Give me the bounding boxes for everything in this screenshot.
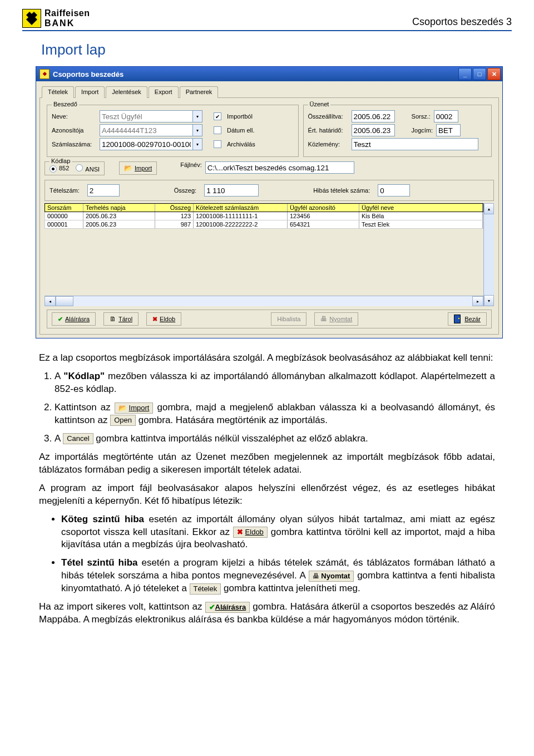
tab-jelentesek[interactable]: Jelentések bbox=[106, 86, 147, 98]
checkbox-datum[interactable] bbox=[214, 126, 221, 134]
input-azon[interactable]: ▾ bbox=[100, 124, 202, 136]
eldob-button[interactable]: ✖Eldob bbox=[146, 312, 181, 326]
ossze-field[interactable] bbox=[352, 110, 395, 122]
bank-sub: BANK bbox=[44, 18, 90, 28]
app-window: ◆ Csoportos beszedés _ □ ✕ Tételek Impor… bbox=[36, 66, 503, 338]
door-icon bbox=[454, 315, 461, 323]
step-1: A "Kódlap" mezőben válassza ki az import… bbox=[55, 370, 495, 396]
footer-toolbar: ✔Aláírásra Tárol ✖Eldob Hibalista Nyomta… bbox=[47, 310, 492, 328]
header-divider bbox=[22, 30, 512, 31]
step-3: A Cancel gombra kattintva importálás nél… bbox=[55, 433, 495, 445]
x-icon: ✖ bbox=[152, 316, 157, 323]
label-sorsz: Sorsz.: bbox=[412, 113, 431, 120]
fajl-field[interactable] bbox=[205, 161, 354, 174]
inline-open-button: Open bbox=[110, 415, 136, 426]
scroll-up-icon[interactable]: ▴ bbox=[484, 203, 494, 214]
hibalista-button[interactable]: Hibalista bbox=[271, 312, 306, 326]
radio-852[interactable] bbox=[50, 165, 57, 173]
grid-header: Sorszám Terhelés napja Összeg Kötelezett… bbox=[44, 203, 483, 212]
label-hibas: Hibás tételek száma: bbox=[313, 187, 370, 194]
check-icon: ✔ bbox=[209, 603, 215, 611]
window-title: Csoportos beszedés bbox=[53, 70, 457, 78]
table-row[interactable]: 000001 2005.06.23 987 12001008-22222222-… bbox=[44, 220, 483, 229]
neve-field[interactable] bbox=[100, 110, 192, 122]
koz-field[interactable] bbox=[352, 138, 478, 150]
bullet-koteg-hiba: Köteg szintű hiba esetén az importált ál… bbox=[61, 513, 495, 552]
scroll-left-icon[interactable]: ◂ bbox=[44, 296, 56, 306]
label-tetelszam: Tételszám: bbox=[50, 187, 80, 194]
radio-ansi[interactable] bbox=[76, 164, 83, 171]
group-uzenet-label: Üzenet bbox=[308, 101, 331, 107]
osszeg-field[interactable] bbox=[204, 184, 259, 197]
document-icon bbox=[110, 315, 116, 323]
inline-import-button: Import bbox=[115, 402, 153, 414]
label-852: 852 bbox=[59, 165, 69, 171]
label-ansi: ANSI bbox=[85, 166, 100, 173]
szamla-field[interactable] bbox=[100, 138, 192, 150]
tab-export[interactable]: Export bbox=[149, 86, 179, 98]
scroll-thumb[interactable] bbox=[56, 296, 73, 306]
page-label: Csoportos beszedés 3 bbox=[412, 16, 512, 28]
table-row[interactable]: 000000 2005.06.23 123 12001008-11111111-… bbox=[44, 212, 483, 220]
group-beszedo-label: Beszedő bbox=[52, 101, 79, 107]
scroll-right-icon[interactable]: ▸ bbox=[472, 296, 483, 306]
logo-icon bbox=[22, 9, 41, 28]
tarol-button[interactable]: Tárol bbox=[103, 312, 139, 326]
checkbox-arch[interactable] bbox=[214, 140, 221, 148]
ert-field[interactable] bbox=[352, 124, 395, 136]
inline-cancel-button: Cancel bbox=[63, 433, 93, 444]
intro-text: Ez a lap csoportos megbízások importálás… bbox=[39, 352, 495, 365]
chevron-down-icon[interactable]: ▾ bbox=[192, 110, 202, 122]
azon-field[interactable] bbox=[100, 124, 192, 136]
scroll-down-icon[interactable]: ▾ bbox=[484, 295, 494, 306]
printer-icon bbox=[313, 572, 319, 580]
check-icon: ✔ bbox=[58, 316, 63, 323]
tab-tetelek[interactable]: Tételek bbox=[42, 86, 74, 98]
chevron-down-icon[interactable]: ▾ bbox=[192, 124, 202, 136]
label-datum: Dátum ell. bbox=[227, 127, 255, 134]
v-scrollbar[interactable]: ▴ ▾ bbox=[483, 203, 494, 306]
totals-row: Tételszám: Összeg: Hibás tételek száma: bbox=[44, 180, 494, 201]
inline-tetelek-button: Tételek bbox=[190, 583, 221, 595]
app-icon: ◆ bbox=[39, 69, 50, 79]
tab-partnerek[interactable]: Partnerek bbox=[180, 86, 219, 98]
label-azon: Azonosítója bbox=[52, 127, 96, 134]
nyomtat-button[interactable]: Nyomtat bbox=[314, 312, 358, 326]
bank-name: Raiffeisen bbox=[44, 8, 90, 18]
input-neve[interactable]: ▾ bbox=[100, 110, 202, 122]
inline-nyomtat-button: Nyomtat bbox=[309, 571, 354, 582]
tab-import[interactable]: Import bbox=[75, 86, 105, 98]
bank-logo: Raiffeisen BANK bbox=[22, 8, 90, 28]
step-2: Kattintson az Import gombra, majd a megj… bbox=[55, 401, 495, 427]
label-szamla: Számlaszáma: bbox=[52, 141, 96, 148]
input-szamla[interactable]: ▾ bbox=[100, 138, 202, 150]
paragraph-import-result: Az importálás megtörténte után az Üzenet… bbox=[39, 451, 495, 477]
import-button[interactable]: Import bbox=[119, 161, 157, 175]
h-scrollbar[interactable]: ◂ ▸ bbox=[44, 296, 483, 306]
close-button[interactable]: ✕ bbox=[487, 68, 501, 80]
bezar-button[interactable]: Bezár bbox=[448, 312, 487, 326]
maximize-button[interactable]: □ bbox=[473, 68, 486, 80]
chevron-down-icon[interactable]: ▾ bbox=[192, 138, 202, 150]
paragraph-error-intro: A program az import fájl beolvasásakor a… bbox=[39, 482, 495, 508]
tetelszam-field[interactable] bbox=[87, 184, 120, 197]
alairasra-button[interactable]: ✔Aláírásra bbox=[52, 312, 96, 326]
group-beszedo: Beszedő Neve: ▾ ✔Importból Azonosítója ▾ bbox=[47, 105, 299, 157]
inline-eldob-button: ✖ Eldob bbox=[233, 527, 268, 538]
hibas-field[interactable] bbox=[378, 184, 410, 197]
sorsz-field[interactable] bbox=[434, 110, 458, 122]
label-osszeg: Összeg: bbox=[174, 187, 196, 194]
label-arch: Archiválás bbox=[227, 141, 255, 148]
group-kodlap: Kódlap 852 ANSI bbox=[44, 161, 105, 175]
minimize-button[interactable]: _ bbox=[458, 68, 472, 80]
group-kodlap-label: Kódlap bbox=[50, 158, 72, 164]
label-koz: Közlemény: bbox=[308, 141, 348, 148]
label-jog: Jogcím: bbox=[412, 127, 433, 134]
label-neve: Neve: bbox=[52, 113, 96, 120]
inline-alairasra-button: ✔Aláírásra bbox=[205, 602, 250, 613]
checkbox-importbol[interactable]: ✔ bbox=[214, 112, 221, 120]
label-ert: Ért. határidő: bbox=[308, 127, 348, 134]
bullet-tetel-hiba: Tétel szintű hiba esetén a program kijel… bbox=[61, 557, 495, 595]
paragraph-final: Ha az import sikeres volt, kattintson az… bbox=[39, 601, 495, 626]
jog-field[interactable] bbox=[436, 124, 461, 136]
